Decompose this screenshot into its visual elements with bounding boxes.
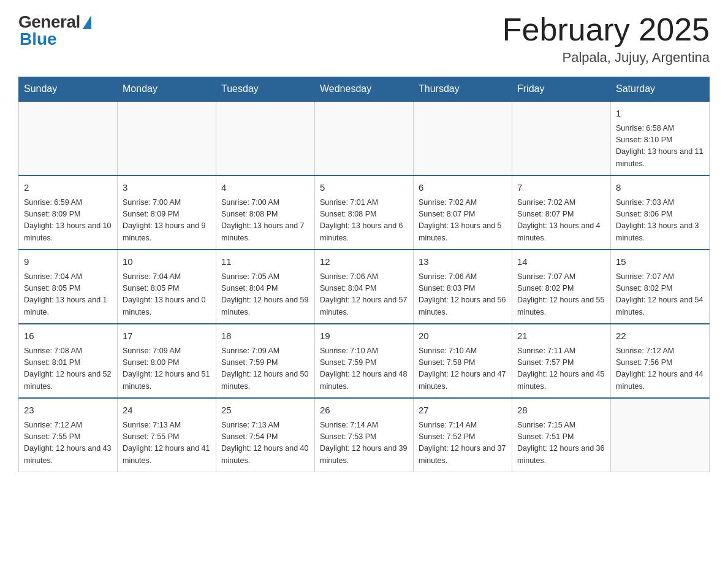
logo: General Blue [18,12,91,49]
day-number: 2 [24,181,112,195]
page-header: General Blue February 2025 Palpala, Juju… [18,12,710,66]
day-info: Sunrise: 7:06 AMSunset: 8:03 PMDaylight:… [419,271,507,319]
title-area: February 2025 Palpala, Jujuy, Argentina [502,12,710,66]
day-info: Sunrise: 7:14 AMSunset: 7:52 PMDaylight:… [419,419,507,467]
day-info: Sunrise: 7:06 AMSunset: 8:04 PMDaylight:… [320,271,408,319]
calendar-cell: 28Sunrise: 7:15 AMSunset: 7:51 PMDayligh… [512,398,611,472]
day-info: Sunrise: 7:07 AMSunset: 8:02 PMDaylight:… [616,271,704,319]
day-info: Sunrise: 6:59 AMSunset: 8:09 PMDaylight:… [24,197,112,245]
calendar-cell [611,398,710,472]
day-number: 16 [24,329,112,343]
day-info: Sunrise: 7:12 AMSunset: 7:56 PMDaylight:… [616,345,704,393]
day-info: Sunrise: 7:10 AMSunset: 7:59 PMDaylight:… [320,345,408,393]
calendar-cell: 4Sunrise: 7:00 AMSunset: 8:08 PMDaylight… [216,175,315,250]
calendar-cell [216,101,315,175]
day-number: 24 [123,404,211,418]
calendar-cell: 11Sunrise: 7:05 AMSunset: 8:04 PMDayligh… [216,250,315,324]
day-info: Sunrise: 7:02 AMSunset: 8:07 PMDaylight:… [517,197,605,245]
calendar-cell: 5Sunrise: 7:01 AMSunset: 8:08 PMDaylight… [315,175,414,250]
calendar-cell: 26Sunrise: 7:14 AMSunset: 7:53 PMDayligh… [315,398,414,472]
day-number: 15 [616,255,704,269]
calendar-cell: 19Sunrise: 7:10 AMSunset: 7:59 PMDayligh… [315,324,414,398]
day-number: 18 [221,329,309,343]
weekday-header-row: SundayMondayTuesdayWednesdayThursdayFrid… [19,77,710,102]
weekday-header-thursday: Thursday [414,77,512,102]
day-info: Sunrise: 7:09 AMSunset: 7:59 PMDaylight:… [221,345,309,393]
week-row-3: 9Sunrise: 7:04 AMSunset: 8:05 PMDaylight… [19,250,710,324]
calendar-cell: 25Sunrise: 7:13 AMSunset: 7:54 PMDayligh… [216,398,315,472]
month-title: February 2025 [502,12,710,47]
day-number: 12 [320,255,408,269]
calendar-cell: 16Sunrise: 7:08 AMSunset: 8:01 PMDayligh… [19,324,118,398]
day-info: Sunrise: 6:58 AMSunset: 8:10 PMDaylight:… [616,123,704,170]
day-number: 23 [24,404,112,418]
day-number: 20 [419,329,507,343]
calendar-cell [315,101,414,175]
weekday-header-tuesday: Tuesday [216,77,315,102]
calendar-cell: 12Sunrise: 7:06 AMSunset: 8:04 PMDayligh… [315,250,414,324]
calendar-cell: 9Sunrise: 7:04 AMSunset: 8:05 PMDaylight… [19,250,118,324]
day-number: 8 [616,181,704,195]
day-info: Sunrise: 7:02 AMSunset: 8:07 PMDaylight:… [419,197,507,245]
day-number: 14 [517,255,605,269]
day-number: 13 [419,255,507,269]
location-title: Palpala, Jujuy, Argentina [502,50,710,66]
day-number: 10 [123,255,211,269]
day-info: Sunrise: 7:13 AMSunset: 7:55 PMDaylight:… [123,419,211,467]
day-info: Sunrise: 7:00 AMSunset: 8:08 PMDaylight:… [221,197,309,245]
weekday-header-wednesday: Wednesday [315,77,414,102]
logo-blue-text: Blue [18,29,57,49]
day-number: 25 [221,404,309,418]
day-number: 5 [320,181,408,195]
day-number: 27 [419,404,507,418]
calendar-cell: 2Sunrise: 6:59 AMSunset: 8:09 PMDaylight… [19,175,118,250]
day-number: 19 [320,329,408,343]
calendar-cell: 10Sunrise: 7:04 AMSunset: 8:05 PMDayligh… [118,250,216,324]
day-number: 11 [221,255,309,269]
calendar-cell: 23Sunrise: 7:12 AMSunset: 7:55 PMDayligh… [19,398,118,472]
day-info: Sunrise: 7:03 AMSunset: 8:06 PMDaylight:… [616,197,704,245]
calendar-cell: 24Sunrise: 7:13 AMSunset: 7:55 PMDayligh… [118,398,216,472]
calendar-cell [414,101,512,175]
day-info: Sunrise: 7:15 AMSunset: 7:51 PMDaylight:… [517,419,605,467]
calendar-cell: 14Sunrise: 7:07 AMSunset: 8:02 PMDayligh… [512,250,611,324]
week-row-1: 1Sunrise: 6:58 AMSunset: 8:10 PMDaylight… [19,101,710,175]
day-info: Sunrise: 7:13 AMSunset: 7:54 PMDaylight:… [221,419,309,467]
day-number: 9 [24,255,112,269]
calendar-cell: 13Sunrise: 7:06 AMSunset: 8:03 PMDayligh… [414,250,512,324]
day-number: 4 [221,181,309,195]
day-info: Sunrise: 7:05 AMSunset: 8:04 PMDaylight:… [221,271,309,319]
weekday-header-sunday: Sunday [19,77,118,102]
day-info: Sunrise: 7:01 AMSunset: 8:08 PMDaylight:… [320,197,408,245]
calendar-cell [512,101,611,175]
day-info: Sunrise: 7:04 AMSunset: 8:05 PMDaylight:… [24,271,112,319]
calendar-cell: 27Sunrise: 7:14 AMSunset: 7:52 PMDayligh… [414,398,512,472]
day-info: Sunrise: 7:14 AMSunset: 7:53 PMDaylight:… [320,419,408,467]
calendar-cell: 6Sunrise: 7:02 AMSunset: 8:07 PMDaylight… [414,175,512,250]
day-number: 7 [517,181,605,195]
calendar-cell: 15Sunrise: 7:07 AMSunset: 8:02 PMDayligh… [611,250,710,324]
logo-triangle-icon [83,15,91,29]
calendar-cell: 20Sunrise: 7:10 AMSunset: 7:58 PMDayligh… [414,324,512,398]
calendar-cell: 17Sunrise: 7:09 AMSunset: 8:00 PMDayligh… [118,324,216,398]
calendar-cell [118,101,216,175]
day-number: 3 [123,181,211,195]
day-number: 1 [616,107,704,121]
weekday-header-monday: Monday [118,77,216,102]
day-info: Sunrise: 7:07 AMSunset: 8:02 PMDaylight:… [517,271,605,319]
weekday-header-friday: Friday [512,77,611,102]
week-row-5: 23Sunrise: 7:12 AMSunset: 7:55 PMDayligh… [19,398,710,472]
day-info: Sunrise: 7:09 AMSunset: 8:00 PMDaylight:… [123,345,211,393]
day-info: Sunrise: 7:10 AMSunset: 7:58 PMDaylight:… [419,345,507,393]
day-number: 17 [123,329,211,343]
calendar-cell: 22Sunrise: 7:12 AMSunset: 7:56 PMDayligh… [611,324,710,398]
day-info: Sunrise: 7:12 AMSunset: 7:55 PMDaylight:… [24,419,112,467]
day-info: Sunrise: 7:08 AMSunset: 8:01 PMDaylight:… [24,345,112,393]
week-row-2: 2Sunrise: 6:59 AMSunset: 8:09 PMDaylight… [19,175,710,250]
day-number: 28 [517,404,605,418]
weekday-header-saturday: Saturday [611,77,710,102]
day-info: Sunrise: 7:00 AMSunset: 8:09 PMDaylight:… [123,197,211,245]
day-number: 26 [320,404,408,418]
day-info: Sunrise: 7:11 AMSunset: 7:57 PMDaylight:… [517,345,605,393]
calendar-cell: 7Sunrise: 7:02 AMSunset: 8:07 PMDaylight… [512,175,611,250]
